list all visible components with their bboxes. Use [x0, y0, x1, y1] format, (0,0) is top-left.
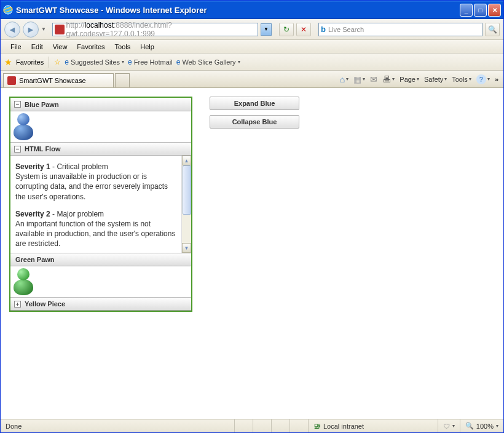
- page-menu[interactable]: Page ▾: [397, 74, 422, 84]
- menu-edit[interactable]: Edit: [26, 42, 48, 52]
- section-title: HTML Flow: [25, 145, 60, 153]
- section-body-blue-pawn: [10, 111, 191, 142]
- page-content: − Blue Pawn − HTML Flow Severity 1 - Cri…: [1, 88, 503, 419]
- menu-favorites[interactable]: Favorites: [72, 42, 109, 52]
- section-body-html-flow: Severity 1 - Critical problemSystem is u…: [10, 156, 191, 253]
- tools-menu[interactable]: Tools ▾: [449, 74, 474, 84]
- browser-window: SmartGWT Showcase - Windows Internet Exp…: [0, 0, 504, 433]
- scroll-down-button[interactable]: ▼: [182, 243, 191, 253]
- status-cell: [234, 419, 253, 432]
- refresh-button[interactable]: ↻: [279, 23, 294, 36]
- blue-pawn-icon: [12, 113, 34, 140]
- scroll-up-button[interactable]: ▲: [182, 156, 191, 165]
- action-buttons: Expand Blue Collapse Blue: [210, 97, 299, 129]
- home-button[interactable]: ⌂▾: [337, 73, 351, 85]
- section-title: Blue Pawn: [25, 101, 59, 108]
- section-title: Yellow Piece: [25, 300, 65, 308]
- tab-favicon-icon: [7, 76, 16, 85]
- address-bar[interactable]: http://localhost:8888/index.html?gwt.cod…: [52, 23, 258, 36]
- forward-button[interactable]: ►: [23, 22, 39, 38]
- help-button[interactable]: ?▾: [474, 73, 492, 85]
- expand-icon: +: [14, 301, 21, 308]
- maximize-button[interactable]: □: [474, 4, 487, 17]
- minimize-button[interactable]: _: [460, 4, 473, 17]
- section-body-green-pawn: [10, 266, 191, 297]
- menu-tools[interactable]: Tools: [110, 42, 136, 52]
- stop-button[interactable]: ✕: [296, 23, 311, 36]
- tab-smartgwt-showcase[interactable]: SmartGWT Showcase: [3, 73, 114, 87]
- menu-view[interactable]: View: [48, 42, 73, 52]
- status-cell: [289, 419, 308, 432]
- favlink-suggested-sites[interactable]: eSuggested Sites ▾: [65, 58, 124, 66]
- favorites-bar: ★ Favorites ☆ eSuggested Sites ▾ eFree H…: [1, 54, 503, 71]
- window-title: SmartGWT Showcase - Windows Internet Exp…: [16, 6, 460, 15]
- home-icon: ⌂: [340, 74, 345, 84]
- protected-mode[interactable]: 🛡▾: [438, 419, 460, 432]
- favlink-web-slice[interactable]: eWeb Slice Gallery ▾: [176, 58, 240, 66]
- tab-title: SmartGWT Showcase: [19, 77, 86, 84]
- help-icon: ?: [476, 74, 486, 84]
- zoom-control[interactable]: 🔍 100% ▾: [460, 419, 503, 432]
- status-cell: [253, 419, 271, 432]
- zoom-icon: 🔍: [465, 422, 474, 430]
- section-header-blue-pawn[interactable]: − Blue Pawn: [10, 98, 191, 111]
- page-favicon-icon: [55, 25, 65, 34]
- titlebar: SmartGWT Showcase - Windows Internet Exp…: [1, 1, 503, 19]
- ie-logo-icon: [3, 5, 13, 15]
- print-button[interactable]: 🖶▾: [380, 73, 397, 85]
- menu-bar: File Edit View Favorites Tools Help: [1, 40, 503, 54]
- scroll-thumb[interactable]: [183, 165, 191, 215]
- shield-icon: 🛡: [443, 423, 450, 430]
- favorites-label[interactable]: Favorites: [16, 58, 44, 66]
- favlink-free-hotmail[interactable]: eFree Hotmail: [128, 58, 173, 66]
- security-zone[interactable]: 🖳 Local intranet: [308, 419, 438, 432]
- read-mail-button[interactable]: ✉: [368, 73, 380, 85]
- expand-blue-button[interactable]: Expand Blue: [210, 97, 299, 110]
- section-stack: − Blue Pawn − HTML Flow Severity 1 - Cri…: [9, 97, 192, 312]
- address-text: http://localhost:8888/index.html?gwt.cod…: [66, 21, 256, 38]
- ie-small-icon: e: [176, 58, 181, 66]
- ie-small-icon: e: [65, 58, 69, 66]
- scrollbar: ▲ ▼: [181, 156, 191, 253]
- collapse-icon: −: [14, 101, 21, 108]
- green-pawn-icon: [12, 268, 34, 295]
- search-box[interactable]: b Live Search: [318, 23, 482, 36]
- menu-file[interactable]: File: [6, 42, 26, 52]
- search-go-button[interactable]: 🔍: [485, 23, 500, 36]
- menu-help[interactable]: Help: [135, 42, 159, 52]
- section-header-html-flow[interactable]: − HTML Flow: [10, 142, 191, 156]
- nav-toolbar: ◄ ► ▼ http://localhost:8888/index.html?g…: [1, 19, 503, 40]
- back-button[interactable]: ◄: [4, 22, 20, 38]
- toolbar-overflow[interactable]: »: [492, 76, 501, 83]
- window-controls: _ □ ✕: [460, 4, 501, 17]
- collapse-blue-button[interactable]: Collapse Blue: [210, 115, 299, 129]
- favorites-star-icon[interactable]: ★: [4, 57, 12, 67]
- add-favorite-icon[interactable]: ☆: [54, 58, 61, 66]
- print-icon: 🖶: [382, 74, 391, 84]
- collapse-icon: −: [14, 146, 21, 153]
- rss-icon: ▦: [353, 74, 361, 84]
- address-dropdown[interactable]: ▼: [261, 23, 272, 36]
- mail-icon: ✉: [370, 74, 377, 84]
- tab-bar: SmartGWT Showcase ⌂▾ ▦▾ ✉ 🖶▾ Page ▾ Safe…: [1, 71, 503, 88]
- html-flow-text: Severity 1 - Critical problemSystem is u…: [10, 156, 181, 253]
- status-bar: Done 🖳 Local intranet 🛡▾ 🔍 100% ▾: [1, 419, 503, 432]
- feeds-button[interactable]: ▦▾: [351, 73, 368, 85]
- status-text: Done: [1, 423, 234, 430]
- bing-icon: b: [321, 25, 326, 34]
- globe-icon: 🖳: [313, 422, 321, 431]
- nav-history-dropdown[interactable]: ▼: [41, 26, 50, 32]
- section-header-green-pawn[interactable]: Green Pawn: [10, 253, 191, 266]
- ie-small-icon: e: [128, 58, 132, 66]
- safety-menu[interactable]: Safety ▾: [422, 74, 449, 84]
- section-header-yellow-piece[interactable]: + Yellow Piece: [10, 297, 191, 311]
- new-tab-button[interactable]: [115, 73, 130, 87]
- close-button[interactable]: ✕: [488, 4, 501, 17]
- section-title: Green Pawn: [15, 256, 55, 263]
- search-placeholder: Live Search: [328, 26, 364, 33]
- status-cell: [271, 419, 289, 432]
